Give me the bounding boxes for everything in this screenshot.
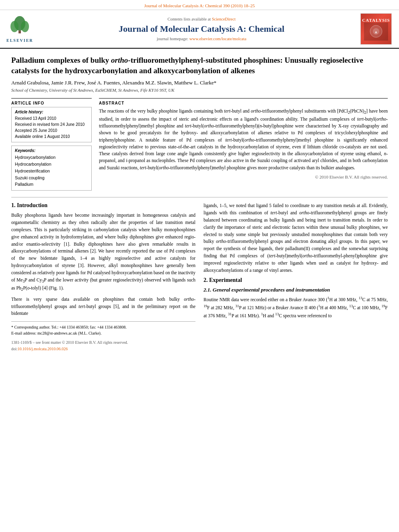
abstract-title: ABSTRACT [99, 101, 388, 105]
experimental-title: 2. Experimental [204, 277, 388, 283]
authors: Arnald Grabulosa, Jamie J.R. Frew, José … [11, 80, 388, 86]
available-date: Available online 1 August 2010 [15, 134, 88, 140]
keywords-box: Keywords: Hydroxycarbonylation Hydrocarb… [11, 146, 92, 191]
intro-title: 1. Introduction [11, 202, 195, 209]
intro-para-2: There is very sparse data available on p… [11, 296, 195, 317]
footnote-section: * Corresponding author. Tel.: +44 1334 4… [11, 321, 195, 336]
keyword-5: Palladium [15, 181, 88, 188]
elsevier-tree-icon [9, 15, 31, 37]
paper-title: Palladium complexes of bulky ortho-trifl… [11, 55, 388, 76]
header-left: ELSEVIER [6, 13, 43, 45]
affiliation: School of Chemistry, University of St An… [11, 88, 388, 92]
catalysis-logo: CATALYSIS A [360, 13, 392, 45]
received-date: Received 13 April 2010 [15, 115, 88, 121]
paper-body: Palladium complexes of bulky ortho-trifl… [0, 49, 399, 359]
history-label: Article history: [15, 110, 88, 114]
intro-number: 1. [11, 202, 16, 208]
contents-line: Contents lists available at ScienceDirec… [167, 17, 235, 21]
header-right: CATALYSIS A [360, 13, 393, 45]
bottom-info: 1381-1169/$ – see front matter © 2010 El… [11, 339, 195, 352]
elsevier-logo: ELSEVIER [6, 15, 33, 43]
doi-prefix: doi: [11, 347, 18, 351]
catalysis-label: CATALYSIS [362, 18, 390, 23]
issn-line: 1381-1169/$ – see front matter © 2010 El… [11, 339, 195, 346]
experimental-para-1: Routine NMR data were recorded either on… [204, 296, 388, 319]
elsevier-label: ELSEVIER [6, 38, 33, 43]
homepage-link[interactable]: www.elsevier.com/locate/molcata [189, 37, 247, 41]
abstract-text: The reactions of the very bulky phosphin… [99, 108, 388, 171]
revised-date: Received in revised form 24 June 2010 [15, 121, 88, 127]
copyright-line: © 2010 Elsevier B.V. All rights reserved… [99, 175, 388, 179]
svg-point-3 [21, 21, 29, 32]
journal-title: Journal of Molecular Catalysis A: Chemic… [119, 24, 284, 34]
intro-label: Introduction [17, 202, 47, 208]
doi-link[interactable]: 10.1016/j.molcata.2010.06.026 [18, 347, 68, 351]
journal-citation[interactable]: Journal of Molecular Catalysis A: Chemic… [144, 3, 255, 8]
keyword-3: Hydroesterification [15, 168, 88, 175]
abstract-content: The reactions of the very bulky phosphin… [99, 109, 388, 170]
homepage-prefix: journal homepage: [157, 37, 189, 41]
experimental-sub-number: 2.1. [204, 287, 212, 293]
header-center: Contents lists available at ScienceDirec… [47, 13, 356, 45]
keyword-2: Hydrocarbonylation [15, 161, 88, 168]
experimental-subtitle: 2.1. General experimental procedures and… [204, 287, 388, 293]
top-banner: Journal of Molecular Catalysis A: Chemic… [0, 0, 399, 10]
svg-point-2 [10, 21, 19, 32]
footnote-corresponding: * Corresponding author. Tel.: +44 1334 4… [11, 324, 195, 330]
email-link[interactable]: mc28@st-andrews.ac.uk [37, 331, 77, 335]
body-content: 1. Introduction Bulky phosphorus ligands… [11, 202, 388, 352]
header-section: ELSEVIER Contents lists available at Sci… [0, 10, 399, 49]
article-info-box: ARTICLE INFO Article history: Received 1… [11, 98, 92, 191]
keyword-4: Suzuki coupling [15, 175, 88, 181]
article-info-abstract: ARTICLE INFO Article history: Received 1… [11, 98, 388, 191]
keywords-label: Keywords: [15, 148, 88, 153]
article-history-box: Article history: Received 13 April 2010 … [11, 107, 92, 142]
experimental-sub-label: General experimental procedures and inst… [213, 287, 330, 293]
title-italic: ortho [111, 56, 128, 64]
body-left-col: 1. Introduction Bulky phosphorus ligands… [11, 202, 195, 352]
footnote-email: E-mail address: mc28@st-andrews.ac.uk (M… [11, 330, 195, 336]
section-divider [11, 197, 388, 197]
experimental-number: 2. [204, 277, 208, 283]
svg-text:A: A [375, 31, 377, 34]
page: Journal of Molecular Catalysis A: Chemic… [0, 0, 399, 532]
accepted-date: Accepted 25 June 2010 [15, 127, 88, 134]
body-right-col: ligands, 1–5, we noted that ligand 5 fai… [204, 202, 388, 352]
right-para-1: ligands, 1–5, we noted that ligand 5 fai… [204, 202, 388, 274]
intro-para-1: Bulky phosphorus ligands have become inc… [11, 212, 195, 293]
journal-homepage: journal homepage: www.elsevier.com/locat… [157, 37, 247, 41]
title-part1: Palladium complexes of bulky [11, 56, 111, 64]
sciencedirect-link[interactable]: ScienceDirect [212, 17, 236, 21]
doi-line: doi:10.1016/j.molcata.2010.06.026 [11, 346, 195, 352]
contents-prefix: Contents lists available at [167, 17, 212, 21]
keyword-1: Hydroxycarbonylation [15, 154, 88, 161]
article-info-title: ARTICLE INFO [11, 101, 92, 105]
svg-rect-5 [9, 33, 31, 37]
abstract-box: ABSTRACT The reactions of the very bulky… [99, 98, 388, 191]
experimental-label: Experimental [209, 277, 242, 283]
catalysis-image-icon: A [364, 23, 388, 41]
